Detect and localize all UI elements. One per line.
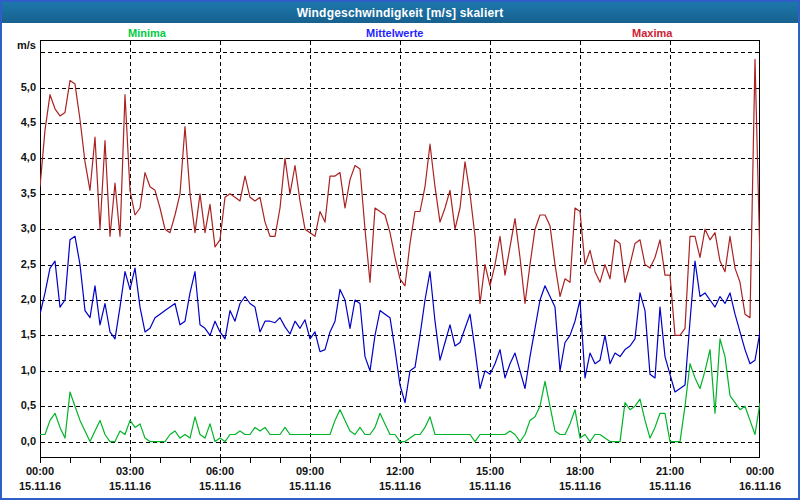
window-title-bar: Windgeschwindigkeit [m/s] skaliert bbox=[2, 2, 798, 23]
y-axis-tick-label: 0,5 bbox=[4, 399, 36, 412]
x-axis-time-label: 15:00 bbox=[460, 465, 520, 478]
x-axis-date-label: 16.11.16 bbox=[730, 480, 790, 493]
x-axis-date-label: 15.11.16 bbox=[280, 480, 340, 493]
x-axis-date-label: 15.11.16 bbox=[460, 480, 520, 493]
x-axis-date-label: 15.11.16 bbox=[370, 480, 430, 493]
legend-minima-label: Minima bbox=[128, 27, 166, 39]
y-axis-tick-label: 0,0 bbox=[4, 435, 36, 448]
x-axis-date-label: 15.11.16 bbox=[640, 480, 700, 493]
y-axis-tick-label: 2,0 bbox=[4, 293, 36, 306]
x-axis-time-label: 09:00 bbox=[280, 465, 340, 478]
y-axis-tick-label: 4,0 bbox=[4, 151, 36, 164]
x-axis-date-label: 15.11.16 bbox=[190, 480, 250, 493]
y-axis-tick-label: 1,0 bbox=[4, 364, 36, 377]
y-axis-tick-label: 5,0 bbox=[4, 81, 36, 94]
y-axis-tick-label: 4,5 bbox=[4, 116, 36, 129]
legend-maxima-label: Maxima bbox=[632, 27, 672, 39]
x-axis-date-label: 15.11.16 bbox=[550, 480, 610, 493]
x-axis-time-label: 03:00 bbox=[100, 465, 160, 478]
y-axis-tick-label: 2,5 bbox=[4, 258, 36, 271]
x-axis-time-label: 00:00 bbox=[730, 465, 790, 478]
x-axis-date-label: 15.11.16 bbox=[100, 480, 160, 493]
x-axis-time-label: 21:00 bbox=[640, 465, 700, 478]
y-axis-tick-label: 3,0 bbox=[4, 222, 36, 235]
x-axis-time-label: 18:00 bbox=[550, 465, 610, 478]
x-axis-time-label: 06:00 bbox=[190, 465, 250, 478]
x-axis-time-label: 12:00 bbox=[370, 465, 430, 478]
y-axis-unit-label: m/s bbox=[4, 39, 36, 51]
window-title: Windgeschwindigkeit [m/s] skaliert bbox=[297, 6, 504, 20]
x-axis-time-label: 00:00 bbox=[10, 465, 70, 478]
wind-speed-chart-window: Windgeschwindigkeit [m/s] skaliert Minim… bbox=[0, 0, 800, 500]
x-axis-date-label: 15.11.16 bbox=[10, 480, 70, 493]
y-axis-tick-label: 1,5 bbox=[4, 328, 36, 341]
legend-mittelwerte-label: Mittelwerte bbox=[366, 27, 423, 39]
wind-speed-line-chart bbox=[40, 40, 760, 466]
y-axis-tick-label: 3,5 bbox=[4, 187, 36, 200]
